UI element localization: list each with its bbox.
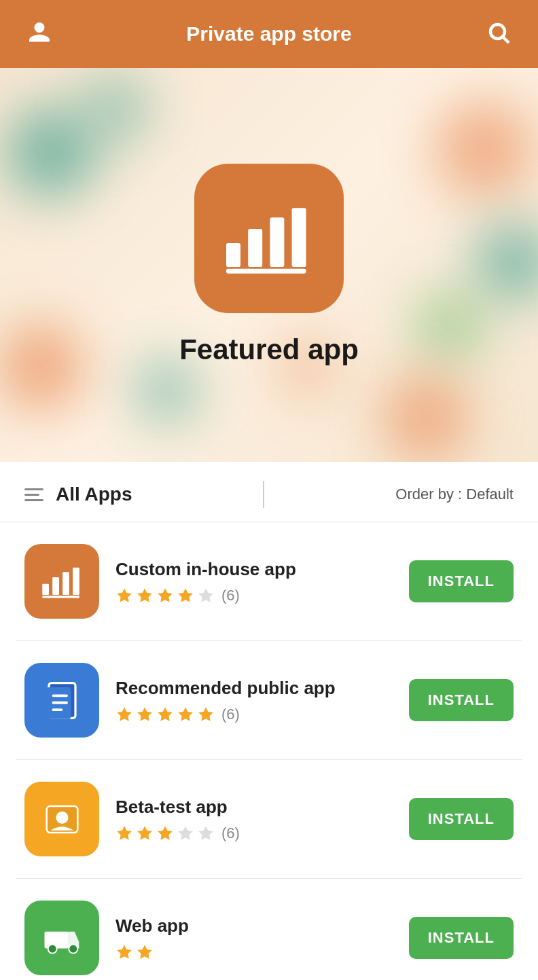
app-name: Recommended public app	[115, 678, 393, 699]
svg-point-33	[56, 811, 68, 823]
svg-marker-30	[198, 707, 213, 721]
install-button-web[interactable]: INSTALL	[409, 917, 514, 959]
svg-marker-29	[178, 707, 193, 721]
app-rating: (6)	[115, 824, 393, 842]
svg-rect-9	[62, 572, 69, 595]
app-icon-web	[24, 901, 99, 975]
install-button-recommended[interactable]: INSTALL	[409, 679, 514, 721]
app-info-web: Web app	[115, 915, 393, 961]
svg-rect-24	[52, 701, 67, 704]
header-title: Private app store	[186, 22, 351, 46]
app-list: Custom in-house app (6) INSTALL	[0, 522, 538, 980]
svg-marker-37	[178, 826, 193, 840]
svg-marker-26	[117, 707, 132, 721]
app-header: Private app store	[0, 0, 538, 68]
app-icon-custom	[24, 544, 99, 619]
svg-rect-3	[248, 229, 262, 267]
app-name: Beta-test app	[115, 797, 393, 818]
app-item: Recommended public app (6) INSTALL	[16, 641, 522, 760]
featured-app-icon	[194, 164, 344, 313]
svg-marker-28	[158, 707, 173, 721]
app-rating: (6)	[115, 587, 393, 604]
person-icon[interactable]	[27, 20, 52, 48]
svg-rect-4	[270, 217, 284, 267]
svg-rect-10	[73, 567, 79, 594]
svg-marker-27	[137, 707, 152, 721]
order-by-control[interactable]: Order by : Default	[395, 486, 514, 503]
rating-count: (6)	[221, 706, 240, 723]
svg-marker-43	[117, 945, 132, 959]
svg-point-40	[48, 944, 56, 953]
install-button-custom[interactable]: INSTALL	[409, 560, 514, 602]
svg-rect-8	[52, 577, 59, 595]
svg-marker-15	[178, 588, 193, 602]
featured-banner[interactable]: Featured app	[0, 68, 538, 462]
svg-rect-5	[292, 208, 306, 267]
menu-icon[interactable]	[24, 488, 43, 501]
svg-point-0	[490, 24, 505, 39]
featured-label: Featured app	[179, 333, 359, 366]
svg-rect-25	[52, 708, 62, 711]
svg-marker-12	[117, 588, 132, 602]
svg-marker-38	[198, 826, 213, 840]
app-rating: (6)	[115, 706, 393, 723]
app-icon-recommended	[24, 663, 99, 738]
svg-rect-42	[44, 931, 69, 934]
svg-rect-7	[42, 583, 49, 594]
svg-rect-11	[42, 596, 79, 598]
search-icon[interactable]	[486, 20, 511, 48]
app-info-beta: Beta-test app (6)	[115, 797, 393, 842]
svg-marker-36	[158, 826, 173, 840]
svg-marker-35	[137, 826, 152, 840]
app-item: Custom in-house app (6) INSTALL	[16, 522, 522, 641]
app-name: Web app	[115, 915, 393, 937]
install-button-beta[interactable]: INSTALL	[409, 798, 514, 840]
app-item: Beta-test app (6) INSTALL	[16, 760, 522, 879]
app-name: Custom in-house app	[115, 559, 393, 580]
rating-count: (6)	[221, 824, 240, 842]
app-info-recommended: Recommended public app (6)	[115, 678, 393, 723]
section-divider	[263, 481, 264, 508]
svg-rect-23	[52, 694, 67, 697]
svg-marker-14	[158, 588, 173, 602]
svg-line-1	[503, 37, 509, 43]
rating-count: (6)	[221, 587, 240, 604]
svg-marker-13	[137, 588, 152, 602]
svg-marker-44	[137, 945, 152, 959]
app-info-custom: Custom in-house app (6)	[115, 559, 393, 604]
svg-rect-2	[226, 243, 240, 267]
svg-marker-34	[117, 826, 132, 840]
all-apps-title: All Apps	[56, 484, 132, 505]
svg-rect-6	[226, 269, 306, 274]
all-apps-header: All Apps Order by : Default	[0, 462, 538, 522]
app-icon-beta	[24, 782, 99, 856]
svg-point-41	[69, 944, 77, 953]
app-item: Web app INSTALL	[16, 879, 522, 980]
svg-marker-16	[198, 588, 213, 602]
app-rating	[115, 943, 393, 961]
